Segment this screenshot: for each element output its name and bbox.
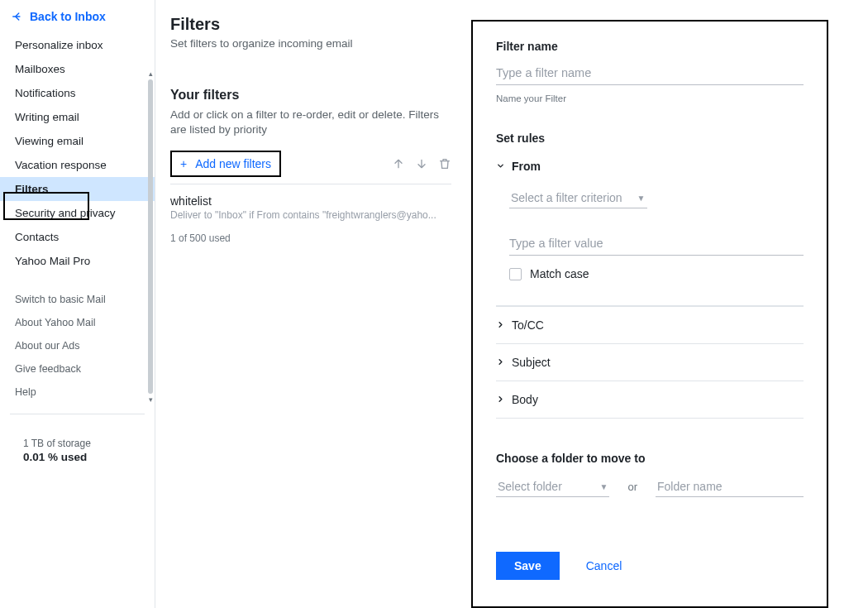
filter-value-input[interactable] bbox=[509, 232, 804, 256]
chevron-down-icon bbox=[496, 160, 505, 173]
filters-usage: 1 of 500 used bbox=[170, 232, 471, 244]
filter-criterion-placeholder: Select a filter criterion bbox=[511, 191, 622, 204]
set-rules-label: Set rules bbox=[496, 132, 804, 145]
folder-name-input[interactable] bbox=[656, 476, 804, 497]
filter-name-label: Filter name bbox=[496, 40, 804, 53]
match-case-checkbox[interactable] bbox=[509, 268, 522, 280]
scroll-thumb[interactable] bbox=[148, 79, 153, 394]
plus-icon: + bbox=[180, 157, 187, 170]
cancel-button[interactable]: Cancel bbox=[586, 559, 622, 572]
rule-tocc-header[interactable]: To/CC bbox=[496, 306, 804, 343]
scroll-down-icon: ▾ bbox=[149, 395, 153, 404]
rule-subject-header[interactable]: Subject bbox=[496, 343, 804, 381]
rule-from-body: Select a filter criterion ▼ Match case bbox=[496, 173, 804, 287]
sidebar-item-writing-email[interactable]: Writing email bbox=[0, 105, 155, 129]
add-new-filters-label: Add new filters bbox=[195, 157, 271, 170]
sidebar-item-contacts[interactable]: Contacts bbox=[0, 225, 155, 249]
move-down-icon[interactable] bbox=[415, 157, 428, 170]
your-filters-title: Your filters bbox=[170, 88, 471, 103]
storage-total: 1 TB of storage bbox=[23, 438, 155, 449]
sidebar-item-viewing-email[interactable]: Viewing email bbox=[0, 129, 155, 153]
sidebar-item-about-yahoo-mail[interactable]: About Yahoo Mail bbox=[0, 311, 155, 334]
arrow-left-icon bbox=[12, 11, 23, 22]
sidebar-item-about-ads[interactable]: About our Ads bbox=[0, 334, 155, 357]
chevron-right-icon bbox=[496, 356, 505, 369]
filter-entry-desc: Deliver to "Inbox" if From contains "fre… bbox=[170, 209, 451, 221]
page-title: Filters bbox=[170, 15, 471, 34]
filter-entry[interactable]: whitelist Deliver to "Inbox" if From con… bbox=[170, 194, 451, 221]
filter-entry-name: whitelist bbox=[170, 194, 451, 208]
nav-list: Personalize inbox Mailboxes Notification… bbox=[0, 33, 155, 404]
settings-sidebar: Back to Inbox Personalize inbox Mailboxe… bbox=[0, 0, 155, 608]
chevron-right-icon bbox=[496, 393, 505, 406]
folder-select[interactable]: Select folder ▼ bbox=[496, 476, 609, 497]
save-button[interactable]: Save bbox=[496, 552, 560, 580]
sidebar-item-vacation-response[interactable]: Vacation response bbox=[0, 153, 155, 177]
rule-subject-label: Subject bbox=[512, 356, 551, 369]
filters-highlight-box bbox=[3, 192, 89, 220]
back-to-inbox-link[interactable]: Back to Inbox bbox=[0, 0, 155, 33]
add-filter-row: + Add new filters bbox=[170, 151, 451, 184]
back-to-inbox-label: Back to Inbox bbox=[30, 10, 106, 23]
main-content: Filters Set filters to organize incoming… bbox=[155, 0, 471, 608]
storage-info: 1 TB of storage 0.01 % used bbox=[0, 423, 155, 463]
sidebar-item-mailboxes[interactable]: Mailboxes bbox=[0, 57, 155, 81]
sidebar-item-give-feedback[interactable]: Give feedback bbox=[0, 357, 155, 381]
rule-body-label: Body bbox=[512, 393, 538, 406]
sidebar-item-yahoo-mail-pro[interactable]: Yahoo Mail Pro bbox=[0, 249, 155, 273]
rule-from-header[interactable]: From bbox=[496, 160, 804, 173]
choose-folder-label: Choose a folder to move to bbox=[496, 452, 804, 465]
filter-editor-panel: Filter name Name your Filter Set rules F… bbox=[471, 20, 828, 608]
filter-name-input[interactable] bbox=[496, 61, 804, 85]
filter-criterion-select[interactable]: Select a filter criterion ▼ bbox=[509, 188, 647, 208]
folder-select-placeholder: Select folder bbox=[498, 480, 562, 493]
filter-name-hint: Name your Filter bbox=[496, 93, 804, 103]
chevron-right-icon bbox=[496, 318, 505, 332]
trash-icon[interactable] bbox=[438, 157, 451, 170]
match-case-label: Match case bbox=[530, 267, 589, 280]
add-new-filters-button[interactable]: + Add new filters bbox=[170, 151, 281, 177]
sidebar-scrollbar[interactable]: ▴ ▾ bbox=[147, 69, 154, 417]
rule-from-label: From bbox=[512, 160, 541, 173]
caret-down-icon: ▼ bbox=[600, 482, 608, 491]
page-subtitle: Set filters to organize incoming email bbox=[170, 37, 471, 50]
move-up-icon[interactable] bbox=[392, 157, 405, 170]
scroll-up-icon: ▴ bbox=[149, 69, 153, 78]
your-filters-desc: Add or click on a filter to re-order, ed… bbox=[170, 108, 443, 137]
rule-body-header[interactable]: Body bbox=[496, 381, 804, 419]
sidebar-item-help[interactable]: Help bbox=[0, 381, 155, 404]
sidebar-item-personalize[interactable]: Personalize inbox bbox=[0, 33, 155, 57]
storage-used: 0.01 % used bbox=[23, 451, 155, 463]
rule-tocc-label: To/CC bbox=[512, 318, 544, 332]
sidebar-item-notifications[interactable]: Notifications bbox=[0, 81, 155, 105]
or-text: or bbox=[627, 481, 637, 493]
sidebar-item-switch-basic[interactable]: Switch to basic Mail bbox=[0, 288, 155, 311]
sidebar-divider bbox=[10, 414, 145, 414]
caret-down-icon: ▼ bbox=[637, 194, 646, 203]
